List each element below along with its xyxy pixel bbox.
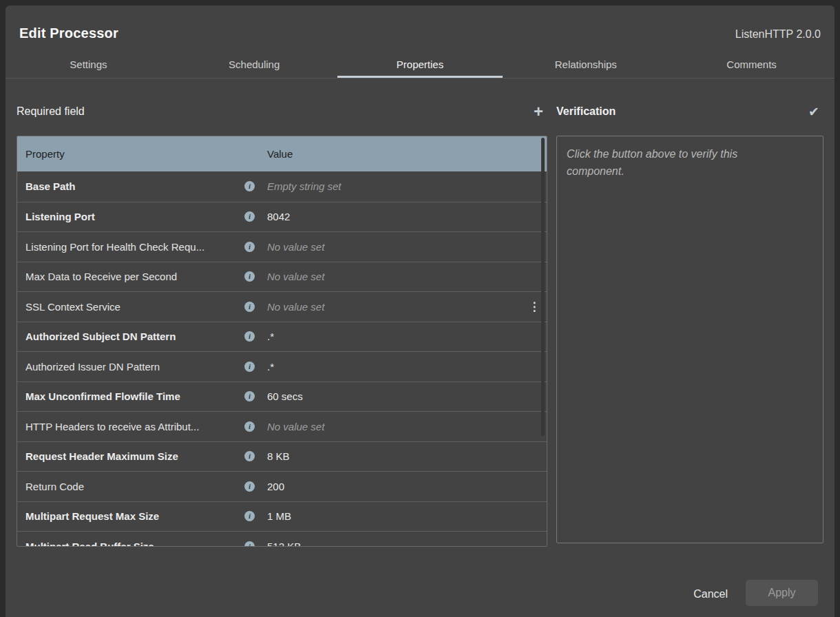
tab-scheduling[interactable]: Scheduling [171,51,337,78]
property-value[interactable]: 60 secs [267,390,522,402]
plus-icon: + [534,102,543,121]
property-name: Max Data to Receive per Second [25,271,244,282]
info-icon[interactable]: i [244,511,255,521]
property-value[interactable]: 512 KB [267,541,522,547]
tab-comments[interactable]: Comments [669,51,834,78]
property-name: Request Header Maximum Size [25,450,244,462]
property-value[interactable]: 8042 [267,211,522,222]
page-title: Edit Processor [19,23,118,43]
info-icon[interactable]: i [244,451,255,461]
property-name: HTTP Headers to receive as Attribut... [25,421,244,432]
info-icon[interactable]: i [244,541,255,547]
required-field-label: Required field [17,105,85,118]
property-value[interactable]: 1 MB [267,510,522,522]
properties-section: Required field + Property Value Base Pat… [17,79,547,547]
properties-table: Property Value Base Path i Empty string … [17,136,547,547]
info-icon[interactable]: i [244,271,255,282]
property-name: Multipart Read Buffer Size [25,541,244,547]
check-icon: ✔ [808,105,819,119]
info-icon[interactable]: i [244,421,255,432]
info-icon[interactable]: i [244,242,255,252]
property-value[interactable]: No value set [267,421,522,432]
property-name: SSL Context Service [25,301,244,313]
property-value[interactable]: No value set [267,271,522,282]
add-property-button[interactable]: + [529,102,547,121]
verify-button[interactable]: ✔ [804,104,823,120]
table-row[interactable]: SSL Context Service i No value set ⋮ [17,291,547,322]
table-row[interactable]: Base Path i Empty string set [17,171,547,202]
property-value[interactable]: 8 KB [267,450,522,462]
column-header-value: Value [267,148,522,160]
property-name: Max Unconfirmed Flowfile Time [25,390,244,402]
table-row[interactable]: Authorized Subject DN Pattern i .* [17,322,547,352]
table-header-row: Property Value [17,136,547,171]
verification-label: Verification [556,105,616,118]
property-value[interactable]: No value set [267,241,522,253]
table-row[interactable]: Listening Port i 8042 [17,202,547,232]
edit-processor-dialog: Edit Processor ListenHTTP 2.0.0 Settings… [6,6,834,617]
tab-settings[interactable]: Settings [6,51,171,78]
column-header-property: Property [25,148,244,160]
info-icon[interactable]: i [244,302,255,312]
property-name: Authorized Issuer DN Pattern [25,361,244,373]
table-scrollbar[interactable] [541,138,545,436]
dialog-body: Required field + Property Value Base Pat… [6,79,834,547]
property-name: Listening Port [25,211,244,222]
verification-section: Verification ✔ Click the button above to… [556,79,823,547]
more-options-icon[interactable]: ⋮ [529,300,540,314]
info-icon[interactable]: i [244,391,255,401]
table-row[interactable]: Request Header Maximum Size i 8 KB [17,441,547,472]
apply-button[interactable]: Apply [746,580,818,606]
table-body: Base Path i Empty string set Listening P… [17,171,547,547]
info-icon[interactable]: i [244,211,255,222]
info-icon[interactable]: i [244,181,255,191]
tab-properties[interactable]: Properties [337,51,503,78]
property-value[interactable]: .* [267,331,522,342]
processor-version: ListenHTTP 2.0.0 [735,28,821,41]
table-row[interactable]: Max Data to Receive per Second i No valu… [17,262,547,292]
info-icon[interactable]: i [244,331,255,342]
property-value[interactable]: .* [267,361,522,373]
property-name: Listening Port for Health Check Requ... [25,241,244,253]
info-icon[interactable]: i [244,481,255,492]
table-row[interactable]: Multipart Read Buffer Size i 512 KB [17,531,547,547]
property-value[interactable]: Empty string set [267,180,522,192]
table-row[interactable]: Multipart Request Max Size i 1 MB [17,501,547,532]
property-name: Base Path [25,180,244,192]
property-name: Authorized Subject DN Pattern [25,331,244,342]
cancel-button[interactable]: Cancel [692,583,729,606]
verification-placeholder: Click the button above to verify this co… [567,146,787,180]
dialog-header: Edit Processor ListenHTTP 2.0.0 [6,6,834,43]
table-row[interactable]: Listening Port for Health Check Requ... … [17,231,547,262]
property-name: Return Code [25,481,244,492]
verification-results-box: Click the button above to verify this co… [556,136,823,543]
table-row[interactable]: Return Code i 200 [17,471,547,501]
property-value[interactable]: No value set [267,301,522,313]
tab-bar: SettingsSchedulingPropertiesRelationship… [6,51,834,79]
property-name: Multipart Request Max Size [25,510,244,522]
info-icon[interactable]: i [244,362,255,372]
dialog-footer: Cancel Apply [6,569,834,617]
table-row[interactable]: Authorized Issuer DN Pattern i .* [17,351,547,381]
tab-relationships[interactable]: Relationships [503,51,669,78]
table-row[interactable]: HTTP Headers to receive as Attribut... i… [17,411,547,441]
property-value[interactable]: 200 [267,481,522,492]
table-row[interactable]: Max Unconfirmed Flowfile Time i 60 secs [17,381,547,412]
